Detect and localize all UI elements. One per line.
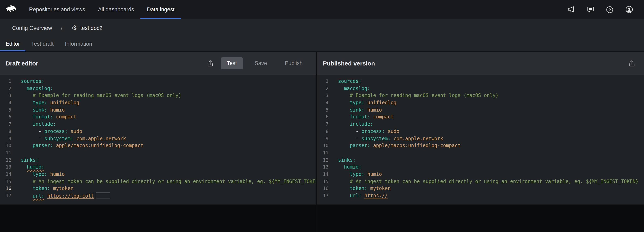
published-editor-empty-area [317, 204, 644, 232]
code-line[interactable]: 17 url: https:// [317, 192, 644, 199]
code-line[interactable]: 10 parser: apple/macos:unifiedlog-compac… [317, 142, 644, 149]
code-line[interactable]: 6 format: compact [0, 114, 316, 121]
code-line[interactable]: 8 - process: sudo [317, 128, 644, 135]
line-text: type: humio [11, 171, 65, 178]
line-number: 12 [0, 157, 11, 164]
code-line[interactable]: 13 humio: [0, 164, 316, 171]
draft-panel: Draft editor Test Save Publish 1sources:… [0, 52, 316, 232]
nav-item-data-ingest[interactable]: Data ingest [140, 0, 181, 19]
line-number: 7 [317, 121, 328, 128]
text-cursor [96, 192, 110, 198]
nav-item-all-dashboards[interactable]: All dashboards [92, 0, 140, 19]
draft-editor[interactable]: 1sources:2 macoslog:3 # Example for read… [0, 75, 316, 204]
crowdstrike-falcon-logo[interactable] [0, 0, 22, 19]
account-icon[interactable] [625, 5, 634, 14]
line-number: 9 [317, 135, 328, 142]
code-line[interactable]: 15 # An ingest token can be supplied dir… [0, 178, 316, 185]
line-text: type: unifiedlog [11, 99, 79, 106]
code-line[interactable]: 7 include: [317, 121, 644, 128]
code-line[interactable]: 16 token: mytoken [0, 185, 316, 192]
code-line[interactable]: 16 token: mytoken [317, 185, 644, 192]
code-line[interactable]: 12sinks: [0, 157, 316, 164]
help-icon[interactable]: ? [605, 5, 614, 14]
draft-code: 1sources:2 macoslog:3 # Example for read… [0, 75, 316, 199]
line-number: 6 [317, 114, 328, 121]
code-line[interactable]: 10 parser: apple/macos:unifiedlog-compac… [0, 142, 316, 149]
breadcrumb-current[interactable]: ⚙ test doc2 [72, 25, 102, 31]
line-number: 6 [0, 114, 11, 121]
published-panel-actions [627, 58, 637, 68]
feedback-icon[interactable] [586, 5, 595, 14]
code-line[interactable]: 5 sink: humio [0, 107, 316, 114]
line-number: 10 [0, 142, 11, 149]
line-text: url: https:// [328, 192, 388, 199]
line-number: 3 [0, 92, 11, 99]
draft-panel-actions: Test Save Publish [206, 57, 309, 69]
tab-test-draft[interactable]: Test draft [26, 37, 59, 51]
line-text: sink: humio [11, 107, 65, 114]
code-line[interactable]: 2 macoslog: [0, 85, 316, 92]
test-button[interactable]: Test [221, 57, 243, 69]
export-icon[interactable] [206, 58, 215, 68]
line-number: 14 [0, 171, 11, 178]
code-line[interactable]: 2 macoslog: [317, 85, 644, 92]
code-line[interactable]: 11 [0, 150, 316, 157]
publish-button[interactable]: Publish [278, 57, 309, 69]
line-number: 16 [0, 185, 11, 192]
nav-item-label: Repositories and views [29, 7, 85, 13]
line-text: macoslog: [11, 85, 53, 92]
code-line[interactable]: 1sources: [317, 78, 644, 85]
line-text: sink: humio [328, 107, 382, 114]
svg-text:?: ? [608, 8, 611, 12]
line-text: - subsystem: com.apple.network [11, 135, 126, 142]
line-number: 4 [0, 99, 11, 106]
line-number: 15 [0, 178, 11, 185]
nav-item-label: All dashboards [98, 7, 134, 13]
published-panel-header: Published version [317, 52, 644, 75]
line-text: - subsystem: com.apple.network [328, 135, 443, 142]
code-line[interactable]: 4 type: unifiedlog [317, 99, 644, 106]
line-number: 14 [317, 171, 328, 178]
line-text [328, 150, 338, 157]
draft-editor-empty-area [0, 204, 316, 232]
code-line[interactable]: 9 - subsystem: com.apple.network [317, 135, 644, 142]
line-number: 3 [317, 92, 328, 99]
code-line[interactable]: 3 # Example for reading macOS event logs… [0, 92, 316, 99]
code-line[interactable]: 15 # An ingest token can be supplied dir… [317, 178, 644, 185]
code-line[interactable]: 17 url: https://log-coll [0, 192, 316, 199]
code-line[interactable]: 5 sink: humio [317, 107, 644, 114]
code-line[interactable]: 14 type: humio [317, 171, 644, 178]
code-line[interactable]: 11 [317, 150, 644, 157]
tab-information[interactable]: Information [59, 37, 98, 51]
draft-panel-header: Draft editor Test Save Publish [0, 52, 316, 75]
line-text: url: https://log-coll [11, 192, 110, 199]
line-text: type: humio [328, 171, 382, 178]
line-number: 11 [317, 150, 328, 157]
code-line[interactable]: 1sources: [0, 78, 316, 85]
line-text: token: mytoken [328, 185, 390, 192]
export-icon[interactable] [627, 58, 637, 68]
line-text: sources: [11, 78, 44, 85]
line-text: - process: sudo [11, 128, 82, 135]
nav-item-repositories-and-views[interactable]: Repositories and views [22, 0, 92, 19]
code-line[interactable]: 8 - process: sudo [0, 128, 316, 135]
code-line[interactable]: 3 # Example for reading macOS event logs… [317, 92, 644, 99]
announcement-icon[interactable] [566, 5, 576, 14]
tab-editor[interactable]: Editor [0, 37, 26, 51]
tab-label: Information [65, 41, 92, 47]
code-line[interactable]: 14 type: humio [0, 171, 316, 178]
line-text: # An ingest token can be supplied direct… [328, 178, 638, 185]
code-line[interactable]: 4 type: unifiedlog [0, 99, 316, 106]
code-line[interactable]: 9 - subsystem: com.apple.network [0, 135, 316, 142]
top-nav: Repositories and views All dashboards Da… [0, 0, 644, 19]
code-line[interactable]: 6 format: compact [317, 114, 644, 121]
code-line[interactable]: 12sinks: [317, 157, 644, 164]
save-button[interactable]: Save [248, 57, 273, 69]
code-line[interactable]: 7 include: [0, 121, 316, 128]
code-line[interactable]: 13 humio: [317, 164, 644, 171]
line-text: sinks: [11, 157, 38, 164]
line-text: macoslog: [328, 85, 370, 92]
breadcrumb-parent[interactable]: Config Overview [12, 25, 52, 31]
gear-icon: ⚙ [72, 25, 77, 31]
line-text [11, 150, 21, 157]
